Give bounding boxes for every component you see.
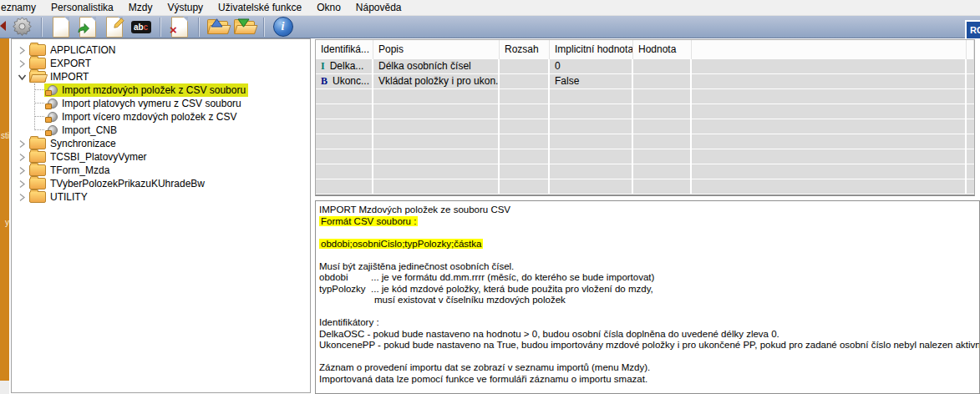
cell-hodnota: [633, 149, 692, 164]
menu-item-vstupy[interactable]: Výstupy: [160, 0, 211, 15]
table-row[interactable]: [316, 89, 974, 104]
folder-tab: [30, 56, 38, 58]
grid-column-header[interactable]: Implicitní hodnota: [550, 40, 633, 59]
tree-item-label: TVyberPolozekPrikazuKUhradeBw: [50, 178, 205, 189]
cell-identifier: [316, 134, 373, 149]
table-row[interactable]: [316, 119, 974, 134]
collapsed-side-tab[interactable]: sti y: [0, 38, 9, 381]
info-icon[interactable]: i: [272, 16, 294, 38]
menu-item-npovda[interactable]: Nápověda: [348, 0, 409, 15]
tree-item-selection: Synchronizace: [28, 137, 119, 150]
menu-item-okno[interactable]: Okno: [309, 0, 348, 15]
grid-column-header[interactable]: [692, 40, 967, 59]
grid-column-header[interactable]: [967, 40, 974, 59]
cell-popis: [373, 164, 500, 179]
table-row[interactable]: [316, 134, 974, 149]
folder-tab: [30, 43, 38, 45]
settings-gear-icon[interactable]: [11, 16, 33, 38]
menubar: eznamyPersonalistikaMzdyVýstupyUživatels…: [0, 0, 980, 16]
grid-column-header[interactable]: Hodnota: [633, 40, 692, 59]
grid-column-header[interactable]: Rozsah: [500, 40, 550, 59]
cell-rozsah: [500, 134, 550, 149]
table-row[interactable]: [316, 179, 974, 194]
folder-tab: [30, 69, 38, 72]
tree-item[interactable]: Synchronizace: [12, 137, 310, 150]
chevron-right-icon[interactable]: [15, 166, 28, 175]
tree-item[interactable]: TCSBI_PlatovyVymer: [12, 150, 310, 164]
cell-implicitni: [550, 164, 633, 179]
collapse-handle-icon[interactable]: [0, 21, 6, 31]
table-row[interactable]: BUkonc...Vkládat položky i pro ukon...Fa…: [316, 74, 974, 88]
new-document-icon[interactable]: [49, 16, 72, 38]
highlighted-text: Formát CSV souboru :: [319, 216, 418, 226]
folder-tab: [30, 163, 38, 165]
grid-column-header[interactable]: Identifiká...: [316, 40, 373, 59]
table-row[interactable]: IDelka...Délka osobních čísel0: [316, 59, 974, 73]
open-folder-up-icon[interactable]: [206, 16, 229, 38]
description-line: [319, 250, 979, 261]
chevron-right-icon[interactable]: [15, 179, 28, 189]
delete-document-icon[interactable]: ×: [168, 16, 190, 38]
table-row[interactable]: [316, 164, 974, 179]
open-folder-icon: [29, 71, 46, 83]
tree-item[interactable]: Import_CNB: [12, 124, 310, 137]
lock-icon: [45, 130, 52, 136]
menu-item-eznamy[interactable]: eznamy: [0, 0, 43, 15]
tree-item-label: TCSBI_PlatovyVymer: [50, 151, 147, 163]
chevron-right-icon[interactable]: [15, 59, 28, 68]
toolbar-separator: [263, 18, 264, 37]
cell-empty: [692, 104, 967, 119]
rename-abc-icon[interactable]: abc: [129, 16, 152, 38]
table-row[interactable]: [316, 149, 974, 164]
cell-rozsah: [500, 164, 550, 179]
menu-item-mzdy[interactable]: Mzdy: [121, 0, 160, 15]
description-line: musí existovat v číselníku mzdových polo…: [374, 295, 979, 306]
menu-item-personalistika[interactable]: Personalistika: [43, 0, 121, 15]
tree-item-label: Import_CNB: [62, 124, 117, 136]
tree-item[interactable]: EXPORT: [12, 57, 310, 70]
cell-rozsah: [500, 179, 550, 194]
cell-end: [967, 104, 974, 119]
tree-item[interactable]: UTILITY: [12, 190, 310, 204]
copy-document-icon[interactable]: [76, 16, 99, 38]
chevron-right-icon[interactable]: [15, 193, 28, 202]
tree-item-selection: IMPORT: [28, 70, 91, 83]
tree-item-selection: TVyberPolozekPrikazuKUhradeBw: [28, 177, 207, 190]
tree-item[interactable]: Import vícero mzdových položek z CSV: [12, 110, 310, 124]
chevron-right-icon[interactable]: [15, 153, 28, 162]
lock-icon: [45, 90, 52, 96]
cell-empty: [692, 179, 967, 194]
folder-icon: [29, 44, 46, 56]
cell-end: [967, 134, 974, 149]
open-folder-down-icon[interactable]: [233, 16, 256, 38]
cell-popis: [373, 179, 500, 194]
tree-item[interactable]: Import mzdových položek z CSV souboru: [12, 83, 310, 97]
chevron-right-icon[interactable]: [15, 139, 28, 149]
menu-item-uivatelskfunkce[interactable]: Uživatelské funkce: [211, 0, 309, 15]
cell-empty: [692, 59, 967, 73]
tree-item[interactable]: Import platovych vymeru z CSV souboru: [12, 97, 310, 110]
tree-item[interactable]: TVyberPolozekPrikazuKUhradeBw: [12, 177, 310, 190]
description-line: Formát CSV souboru :: [319, 216, 979, 228]
toolbar-separator: [160, 18, 160, 37]
function-icon: [45, 85, 58, 96]
parameter-grid: Identifiká...PopisRozsahImplicitní hodno…: [315, 39, 975, 196]
grid-column-header[interactable]: Popis: [373, 40, 500, 59]
table-row[interactable]: [316, 104, 974, 119]
cell-popis: [373, 104, 500, 119]
cell-hodnota: [633, 89, 692, 104]
tree-item[interactable]: APPLICATION: [12, 43, 310, 57]
cell-popis: [373, 134, 500, 149]
description-text: ... je kód mzdové položky, která bude po…: [371, 284, 653, 294]
cell-hodnota: [633, 74, 692, 88]
folder-tab: [30, 136, 38, 139]
edit-document-icon[interactable]: [103, 16, 125, 38]
chevron-right-icon[interactable]: [15, 46, 28, 55]
cell-identifier: IDelka...: [316, 59, 373, 73]
highlighted-text: obdobi;osobniCislo;typPolozky;částka: [319, 239, 483, 249]
description-line: [319, 306, 979, 318]
chevron-down-icon[interactable]: [15, 73, 28, 81]
tree-item[interactable]: IMPORT: [12, 70, 310, 83]
side-strip-footer: [0, 381, 9, 394]
tree-item[interactable]: TForm_Mzda: [12, 164, 310, 177]
